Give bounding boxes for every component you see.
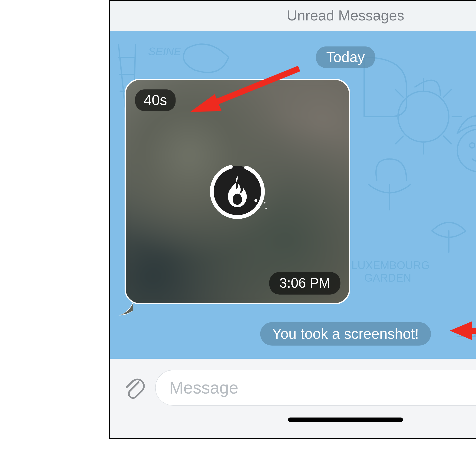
fire-timer-indicator <box>208 162 267 221</box>
svg-text:SEINE: SEINE <box>148 45 182 58</box>
chat-area[interactable]: SEINE LUXEMBOURG GARDEN ST GERMAIN Tod <box>110 31 476 359</box>
system-message-text: You took a screenshot! <box>272 325 419 342</box>
svg-text:LUXEMBOURG: LUXEMBOURG <box>351 259 430 271</box>
sparkle-particles <box>253 196 270 214</box>
svg-point-2 <box>457 130 476 172</box>
svg-point-3 <box>469 143 475 148</box>
message-time-badge: 3:06 PM <box>269 272 340 295</box>
message-timestamp: 3:06 PM <box>279 275 330 291</box>
incoming-message-bubble[interactable]: 40s <box>125 79 350 304</box>
self-destruct-timer-badge: 40s <box>135 90 176 111</box>
message-composer-bar: Message <box>110 359 476 414</box>
chat-window-frame: Unread Messages SEINE LUXEMBOURG GARDEN <box>109 0 476 439</box>
self-destruct-photo[interactable]: 40s <box>125 79 350 304</box>
message-input[interactable]: Message <box>155 370 476 406</box>
home-indicator-bar[interactable] <box>288 417 403 422</box>
system-message-chip: You took a screenshot! <box>260 322 431 346</box>
paperclip-icon <box>122 376 145 399</box>
unread-messages-label: Unread Messages <box>287 7 404 24</box>
date-separator-chip: Today <box>316 46 375 68</box>
svg-text:GARDEN: GARDEN <box>364 272 411 284</box>
message-placeholder: Message <box>169 378 476 397</box>
home-indicator-area <box>110 414 476 438</box>
timer-label: 40s <box>144 92 167 108</box>
unread-messages-bar: Unread Messages <box>110 1 476 31</box>
attach-button[interactable] <box>120 374 147 401</box>
svg-point-1 <box>398 91 449 142</box>
date-label: Today <box>326 49 365 65</box>
